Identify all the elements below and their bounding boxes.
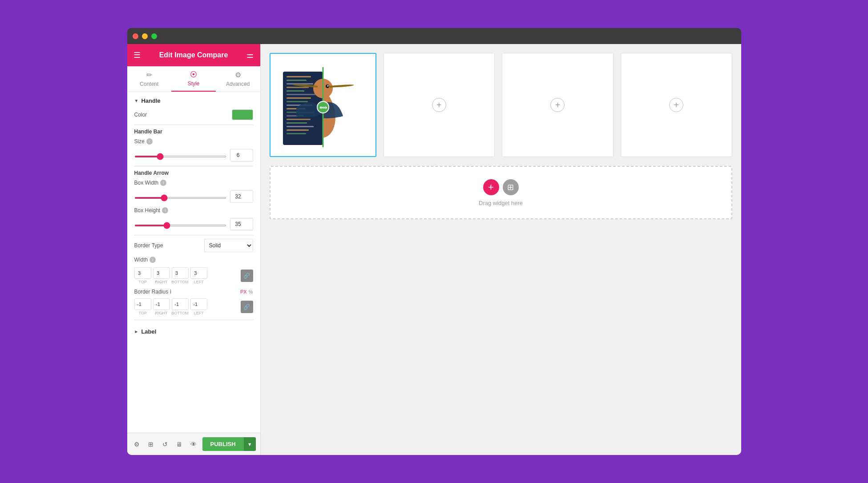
- box-width-slider[interactable]: [134, 197, 226, 199]
- width-label: Width i: [134, 257, 156, 263]
- sidebar-header: ☰ Edit Image Compare ⚌: [127, 44, 260, 66]
- tab-content-label: Content: [140, 81, 158, 87]
- size-number-input[interactable]: 6: [230, 149, 253, 161]
- handle-arrow-label: Handle Arrow: [134, 170, 253, 176]
- width-right-cell: RIGHT: [153, 267, 170, 284]
- svg-rect-7: [287, 76, 311, 77]
- width-link-button[interactable]: 🔗: [241, 270, 253, 282]
- box-width-slider-container: [134, 193, 226, 201]
- drop-zone[interactable]: + ⊞ Drag widget here: [270, 166, 732, 219]
- label-arrow-icon: ►: [134, 329, 139, 334]
- sidebar-footer: ⚙ ⊞ ↺ 🖥 👁 PUBLISH ▼: [127, 433, 260, 455]
- publish-dropdown-button[interactable]: ▼: [244, 437, 256, 451]
- pencil-icon: ✏: [146, 71, 152, 79]
- svg-rect-13: [287, 97, 311, 99]
- radius-right-input[interactable]: [153, 298, 170, 310]
- history-icon[interactable]: ↺: [160, 438, 170, 451]
- radius-bottom-input[interactable]: [172, 298, 189, 310]
- percent-button[interactable]: %: [249, 289, 253, 294]
- divider-1: [134, 125, 253, 125]
- hamburger-icon[interactable]: ☰: [133, 50, 141, 60]
- box-height-slider[interactable]: [134, 225, 226, 226]
- svg-rect-14: [287, 101, 308, 102]
- svg-rect-10: [287, 87, 309, 88]
- add-widget-button-3[interactable]: +: [669, 98, 683, 112]
- add-widget-button-1[interactable]: +: [432, 98, 446, 112]
- width-left-input[interactable]: [190, 267, 207, 279]
- traffic-light-red[interactable]: [133, 33, 138, 39]
- border-type-row: Border Type Solid Dashed Dotted None: [134, 239, 253, 252]
- width-top-label: TOP: [138, 280, 146, 284]
- publish-button[interactable]: PUBLISH: [202, 437, 244, 451]
- color-field-row: Color: [134, 109, 253, 120]
- image-compare-widget[interactable]: ⟺: [270, 53, 376, 157]
- radius-bottom-cell: BOTTOM: [172, 298, 189, 315]
- traffic-light-yellow[interactable]: [142, 33, 148, 39]
- top-row: ⟺ + +: [270, 53, 732, 157]
- width-left-cell: LEFT: [190, 267, 207, 284]
- radius-right-cell: RIGHT: [153, 298, 170, 315]
- radius-right-label: RIGHT: [155, 311, 168, 315]
- svg-rect-20: [287, 122, 307, 124]
- panel-content: ▼ Handle Color Handle Bar Size i: [127, 92, 260, 433]
- width-top-input[interactable]: [134, 267, 151, 279]
- svg-point-5: [327, 85, 328, 87]
- radius-left-label: LEFT: [194, 311, 204, 315]
- radius-quad-inputs: TOP RIGHT BOTTOM LEFT: [134, 298, 237, 315]
- radius-quad-row: TOP RIGHT BOTTOM LEFT: [134, 298, 253, 315]
- desktop-icon[interactable]: 🖥: [174, 438, 185, 451]
- tab-style[interactable]: ⦿ Style: [171, 66, 216, 92]
- add-widget-button-2[interactable]: +: [550, 98, 565, 112]
- color-swatch[interactable]: [232, 109, 253, 120]
- svg-rect-8: [287, 80, 307, 81]
- add-section-button[interactable]: +: [483, 179, 499, 195]
- width-field-header: Width i: [134, 257, 253, 263]
- radius-header: Border Radius i PX %: [134, 289, 253, 295]
- box-height-field-row: Box Height i: [134, 207, 253, 213]
- grid-icon[interactable]: ⚌: [246, 50, 254, 60]
- radius-link-button[interactable]: 🔗: [241, 301, 253, 313]
- handle-section-header[interactable]: ▼ Handle: [134, 97, 253, 104]
- width-bottom-input[interactable]: [172, 267, 189, 279]
- label-section-header[interactable]: ► Label: [134, 324, 253, 337]
- eye-icon[interactable]: 👁: [188, 438, 199, 451]
- radius-top-label: TOP: [138, 311, 146, 315]
- radius-bottom-label: BOTTOM: [172, 311, 189, 315]
- size-slider[interactable]: [134, 156, 226, 157]
- empty-widget-box-3[interactable]: +: [621, 53, 732, 157]
- drop-zone-buttons: + ⊞: [483, 179, 519, 195]
- box-height-label: Box Height i: [134, 207, 169, 213]
- drop-zone-text: Drag widget here: [479, 200, 523, 206]
- border-type-select[interactable]: Solid Dashed Dotted None: [204, 239, 253, 252]
- width-info-icon: i: [149, 257, 156, 263]
- browser-titlebar: [127, 28, 741, 44]
- radius-top-input[interactable]: [134, 298, 151, 310]
- width-right-input[interactable]: [153, 267, 170, 279]
- add-widget-dz-button[interactable]: ⊞: [503, 179, 519, 195]
- style-dot-icon: ⦿: [190, 71, 197, 79]
- tab-advanced[interactable]: ⚙ Advanced: [216, 66, 260, 92]
- empty-widget-box-1[interactable]: +: [384, 53, 495, 157]
- tab-style-label: Style: [188, 80, 200, 87]
- empty-widget-box-2[interactable]: +: [502, 53, 614, 157]
- px-button[interactable]: PX: [240, 289, 247, 294]
- radius-info-icon: i: [170, 289, 171, 295]
- traffic-light-green[interactable]: [151, 33, 157, 39]
- radius-left-cell: LEFT: [190, 298, 207, 315]
- browser-body: ☰ Edit Image Compare ⚌ ✏ Content ⦿ Style…: [127, 44, 741, 455]
- layers-icon[interactable]: ⊞: [145, 438, 156, 451]
- sidebar: ☰ Edit Image Compare ⚌ ✏ Content ⦿ Style…: [127, 44, 261, 455]
- main-content: ⟺ + +: [261, 44, 741, 455]
- svg-rect-11: [287, 90, 304, 92]
- hummingbird-image: ⟺: [283, 58, 363, 152]
- box-height-number-input[interactable]: 35: [230, 218, 253, 230]
- radius-top-cell: TOP: [134, 298, 151, 315]
- radius-left-input[interactable]: [190, 298, 207, 310]
- box-width-number-input[interactable]: 32: [230, 190, 253, 203]
- width-quad-inputs: TOP RIGHT BOTTOM LEFT: [134, 267, 237, 284]
- width-bottom-cell: BOTTOM: [172, 267, 189, 284]
- box-width-info-icon: i: [160, 180, 166, 186]
- tab-content[interactable]: ✏ Content: [127, 66, 172, 92]
- radius-label: Border Radius i: [134, 289, 171, 295]
- settings-icon[interactable]: ⚙: [132, 438, 142, 451]
